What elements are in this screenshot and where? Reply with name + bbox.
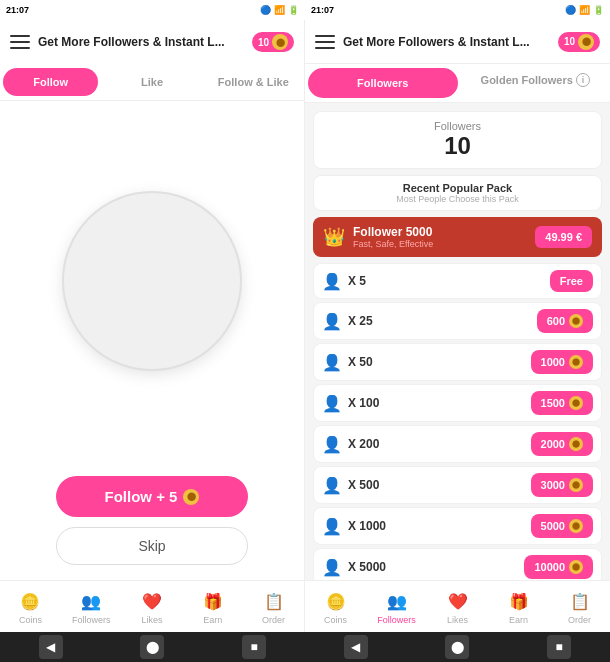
panel-right: Get More Followers & Instant L... 10 ⬤ F…	[305, 20, 610, 632]
follow-coin-icon: ⬤	[183, 489, 199, 505]
tab-golden-followers[interactable]: Golden Followers i	[461, 64, 611, 102]
pack-row-7: 👤X 500010000⬤	[313, 548, 602, 580]
pack-row-left-6: 👤X 1000	[322, 517, 386, 536]
pack-price-text-4: 2000	[541, 438, 565, 450]
pack-price-text-5: 3000	[541, 479, 565, 491]
left-header-title: Get More Followers & Instant L...	[38, 35, 252, 49]
user-pack-icon-0: 👤	[322, 272, 342, 291]
left-header: Get More Followers & Instant L... 10 ⬤	[0, 20, 304, 64]
pack-row-left-5: 👤X 500	[322, 476, 379, 495]
status-icons-right: 🔵 📶 🔋	[565, 5, 604, 15]
tab-follow[interactable]: Follow	[3, 68, 98, 96]
tab-follow-and-like[interactable]: Follow & Like	[206, 68, 301, 96]
left-tab-bar: Follow Like Follow & Like	[0, 64, 304, 101]
user-pack-icon-4: 👤	[322, 435, 342, 454]
sys-home-btn-r[interactable]: ⬤	[445, 635, 469, 659]
hamburger-menu-right[interactable]	[315, 35, 335, 49]
pack-row-left-3: 👤X 100	[322, 394, 379, 413]
pack-row-left-4: 👤X 200	[322, 435, 379, 454]
featured-pack-sub-text: Fast, Safe, Effective	[353, 239, 433, 249]
featured-pack-title: Follower 5000	[353, 225, 433, 239]
nav-likes-right[interactable]: ❤️ Likes	[427, 585, 488, 630]
featured-pack[interactable]: 👑 Follower 5000 Fast, Safe, Effective 49…	[313, 217, 602, 257]
user-pack-icon-6: 👤	[322, 517, 342, 536]
pack-price-text-1: 600	[547, 315, 565, 327]
system-bar: ◀ ⬤ ■ ◀ ⬤ ■	[0, 632, 610, 662]
pack-coin-icon-1: ⬤	[569, 314, 583, 328]
followers-label: Followers	[326, 120, 589, 132]
sys-recent-btn[interactable]: ■	[242, 635, 266, 659]
time-right: 21:07	[311, 5, 334, 15]
pack-row-left-2: 👤X 50	[322, 353, 373, 372]
pack-quantity-4: X 200	[348, 437, 379, 451]
info-icon: i	[576, 73, 590, 87]
pack-price-btn-7[interactable]: 10000⬤	[524, 555, 593, 579]
nav-earn-left[interactable]: 🎁 Earn	[182, 585, 243, 630]
followers-nav-icon-r: 👥	[386, 591, 408, 613]
nav-followers-right[interactable]: 👥 Followers	[366, 585, 427, 630]
bluetooth-icon-r: 🔵	[565, 5, 576, 15]
nav-coins-right[interactable]: 🪙 Coins	[305, 585, 366, 630]
sys-home-btn[interactable]: ⬤	[140, 635, 164, 659]
nav-order-right[interactable]: 📋 Order	[549, 585, 610, 630]
panel-left: Get More Followers & Instant L... 10 ⬤ F…	[0, 20, 305, 632]
pack-quantity-6: X 1000	[348, 519, 386, 533]
popular-pack-box: Recent Popular Pack Most People Choose t…	[313, 175, 602, 211]
user-pack-icon-5: 👤	[322, 476, 342, 495]
pack-price-btn-6[interactable]: 5000⬤	[531, 514, 593, 538]
nav-coins-left[interactable]: 🪙 Coins	[0, 585, 61, 630]
featured-price[interactable]: 49.99 €	[535, 226, 592, 248]
sys-back-btn[interactable]: ◀	[39, 635, 63, 659]
earn-nav-icon-r: 🎁	[508, 591, 530, 613]
coin-icon-left: ⬤	[272, 34, 288, 50]
pack-quantity-7: X 5000	[348, 560, 386, 574]
coin-icon-right: ⬤	[578, 34, 594, 50]
followers-count-box: Followers 10	[313, 111, 602, 169]
pack-price-text-7: 10000	[534, 561, 565, 573]
follow-action-area: Follow + 5 ⬤ Skip	[0, 461, 304, 580]
popular-pack-sub: Most People Choose this Pack	[324, 194, 591, 204]
pack-price-btn-0[interactable]: Free	[550, 270, 593, 292]
tab-like[interactable]: Like	[104, 68, 199, 96]
sys-back-btn-r[interactable]: ◀	[344, 635, 368, 659]
likes-nav-icon: ❤️	[141, 591, 163, 613]
sys-recent-btn-r[interactable]: ■	[547, 635, 571, 659]
skip-button[interactable]: Skip	[56, 527, 248, 565]
pack-quantity-1: X 25	[348, 314, 373, 328]
follow-plus-button[interactable]: Follow + 5 ⬤	[56, 476, 248, 517]
status-bar: 21:07 🔵 📶 🔋 21:07 🔵 📶 🔋	[0, 0, 610, 20]
coins-nav-icon: 🪙	[19, 591, 41, 613]
pack-quantity-5: X 500	[348, 478, 379, 492]
nav-order-left[interactable]: 📋 Order	[243, 585, 304, 630]
pack-price-btn-1[interactable]: 600⬤	[537, 309, 593, 333]
wifi-icon-r: 📶	[579, 5, 590, 15]
coin-count-right: 10	[564, 36, 575, 47]
pack-row-5: 👤X 5003000⬤	[313, 466, 602, 504]
pack-price-btn-5[interactable]: 3000⬤	[531, 473, 593, 497]
pack-coin-icon-6: ⬤	[569, 519, 583, 533]
nav-likes-left[interactable]: ❤️ Likes	[122, 585, 183, 630]
pack-row-left-1: 👤X 25	[322, 312, 373, 331]
nav-earn-right[interactable]: 🎁 Earn	[488, 585, 549, 630]
pack-list: 👤X 5Free👤X 25600⬤👤X 501000⬤👤X 1001500⬤👤X…	[305, 263, 610, 580]
pack-price-btn-3[interactable]: 1500⬤	[531, 391, 593, 415]
pack-price-btn-4[interactable]: 2000⬤	[531, 432, 593, 456]
pack-row-left-0: 👤X 5	[322, 272, 366, 291]
pack-price-btn-2[interactable]: 1000⬤	[531, 350, 593, 374]
nav-followers-left[interactable]: 👥 Followers	[61, 585, 122, 630]
pack-quantity-3: X 100	[348, 396, 379, 410]
pack-row-6: 👤X 10005000⬤	[313, 507, 602, 545]
coins-nav-icon-r: 🪙	[325, 591, 347, 613]
pack-coin-icon-7: ⬤	[569, 560, 583, 574]
right-header: Get More Followers & Instant L... 10 ⬤	[305, 20, 610, 64]
hamburger-menu-left[interactable]	[10, 35, 30, 49]
pack-row-1: 👤X 25600⬤	[313, 302, 602, 340]
pack-row-left-7: 👤X 5000	[322, 558, 386, 577]
status-bar-left: 21:07 🔵 📶 🔋	[0, 0, 305, 20]
tab-followers-right[interactable]: Followers	[308, 68, 458, 98]
pack-row-0: 👤X 5Free	[313, 263, 602, 299]
likes-nav-icon-r: ❤️	[447, 591, 469, 613]
right-tab-bar: Followers Golden Followers i	[305, 64, 610, 103]
order-nav-icon: 📋	[263, 591, 285, 613]
bluetooth-icon: 🔵	[260, 5, 271, 15]
